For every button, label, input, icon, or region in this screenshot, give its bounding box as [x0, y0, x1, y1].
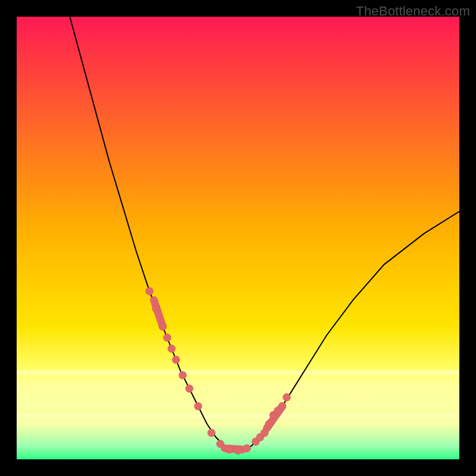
plot-background: [17, 17, 459, 459]
chart-frame: TheBottleneck.com: [0, 0, 476, 476]
curve-marker: [283, 393, 290, 401]
curve-marker: [208, 429, 215, 437]
curve-marker: [164, 334, 171, 342]
curve-marker: [234, 447, 242, 455]
curve-marker: [186, 385, 193, 393]
curve-marker: [146, 287, 154, 295]
band-2: [17, 414, 459, 418]
curve-marker: [243, 444, 250, 452]
curve-marker: [265, 420, 273, 428]
curve-marker: [278, 402, 286, 410]
bottleneck-chart: [17, 17, 459, 459]
curve-marker: [261, 429, 268, 437]
band-1: [17, 370, 459, 375]
curve-marker: [152, 305, 160, 313]
curve-marker: [195, 402, 202, 410]
curve-marker: [172, 356, 180, 364]
watermark-text: TheBottleneck.com: [356, 4, 470, 19]
curve-marker: [217, 440, 224, 448]
curve-marker: [179, 371, 187, 379]
curve-marker: [168, 345, 176, 353]
curve-marker: [159, 322, 167, 330]
curve-marker: [226, 446, 233, 453]
